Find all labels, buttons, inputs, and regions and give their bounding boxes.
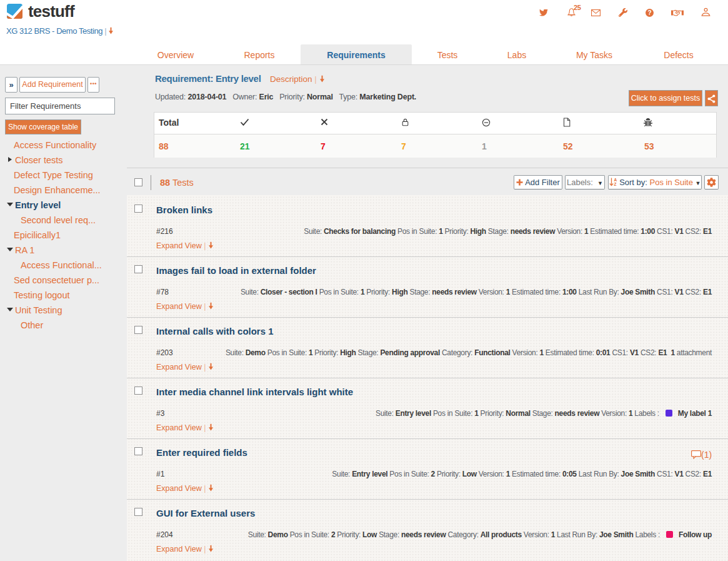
svg-text:A: A — [614, 178, 617, 182]
svg-text:Z: Z — [614, 182, 616, 186]
